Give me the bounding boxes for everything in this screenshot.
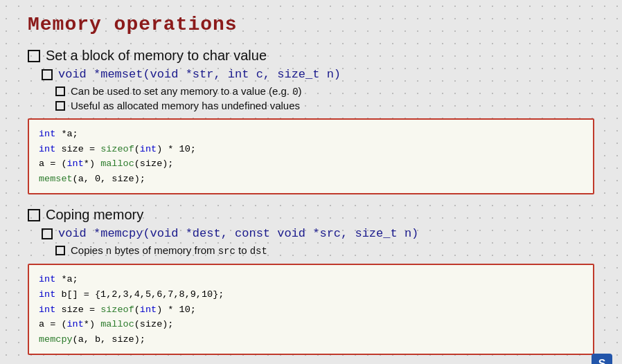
memset-code-line-2: a = (int*) malloc(size); (39, 156, 583, 172)
page-title: Memory operations (28, 14, 594, 35)
memset-code-line-3: memset(a, 0, size); (39, 172, 583, 187)
memcpy-subitem0-checkbox (55, 246, 65, 255)
memcpy-sig-checkbox-icon (42, 228, 53, 239)
memset-heading: Set a block of memory to char value (28, 48, 594, 64)
memcpy-signature-text: void *memcpy(void *dest, const void *src… (58, 227, 418, 240)
memcpy-checkbox-icon (28, 209, 40, 221)
memset-code-block: int *a; int size = sizeof(int) * 10; a =… (28, 118, 594, 194)
memset-subitem-0: Can be used to set any memory to a value… (55, 85, 594, 98)
memset-heading-text: Set a block of memory to char value (46, 48, 267, 64)
memcpy-section: Coping memory void *memcpy(void *dest, c… (28, 207, 594, 355)
memset-code-line-0: int *a; (39, 127, 583, 142)
memcpy-signature: void *memcpy(void *dest, const void *src… (42, 227, 594, 240)
memcpy-code-block: int *a; int b[] = {1,2,3,4,5,6,7,8,9,10}… (28, 264, 594, 355)
memset-signature: void *memset(void *str, int c, size_t n) (42, 68, 594, 81)
memcpy-code-line-2: int size = sizeof(int) * 10; (39, 302, 583, 318)
logo-badge: S (592, 354, 612, 364)
memset-section: Set a block of memory to char value void… (28, 48, 594, 194)
memset-checkbox-icon (28, 50, 40, 62)
memcpy-code-line-1: int b[] = {1,2,3,4,5,6,7,8,9,10}; (39, 287, 583, 302)
memset-subitem0-checkbox (55, 87, 65, 96)
memcpy-heading: Coping memory (28, 207, 594, 223)
memset-sig-checkbox-icon (42, 69, 53, 80)
memcpy-subitem-0: Copies n bytes of memory from src to dst (55, 244, 594, 257)
memset-code-line-1: int size = sizeof(int) * 10; (39, 142, 583, 157)
memcpy-code-line-0: int *a; (39, 272, 583, 287)
memcpy-code-line-4: memcpy(a, b, size); (39, 332, 583, 347)
memcpy-heading-text: Coping memory (46, 207, 143, 223)
memset-signature-text: void *memset(void *str, int c, size_t n) (58, 68, 341, 81)
memcpy-code-line-3: a = (int*) malloc(size); (39, 317, 583, 332)
memset-subitem1-checkbox (55, 101, 65, 111)
memset-subitem-1: Useful as allocated memory has undefined… (55, 100, 594, 111)
